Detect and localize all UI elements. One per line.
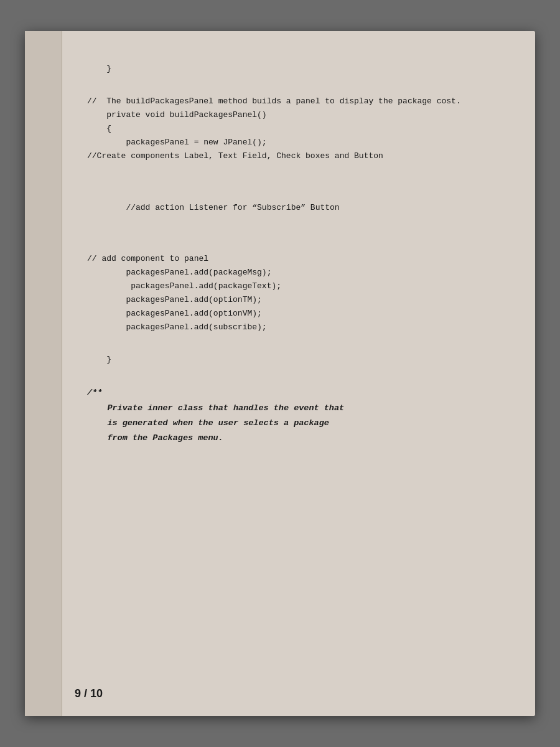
- code-closing-brace-1: }: [87, 62, 504, 76]
- code-javadoc-comment: /** Private inner class that handles the…: [87, 385, 504, 446]
- spacer-3: [87, 215, 504, 252]
- code-action-listener-comment: //add action Listener for “Subscribe” Bu…: [87, 201, 504, 215]
- code-method-declaration: private void buildPackagesPanel() { pack…: [87, 108, 504, 163]
- page-left-margin: [25, 31, 62, 716]
- content-area: } // The buildPackagesPanel method build…: [87, 50, 504, 697]
- code-closing-brace-2: }: [87, 353, 504, 367]
- page-number: 9 / 10: [75, 687, 103, 700]
- code-add-components: // add component to panel packagesPanel.…: [87, 252, 504, 335]
- page: } // The buildPackagesPanel method build…: [25, 31, 535, 716]
- spacer-1: [87, 76, 504, 95]
- spacer-4: [87, 334, 504, 353]
- spacer-2: [87, 164, 504, 201]
- code-comment-1: // The buildPackagesPanel method builds …: [87, 95, 504, 108]
- spacer-5: [87, 367, 504, 385]
